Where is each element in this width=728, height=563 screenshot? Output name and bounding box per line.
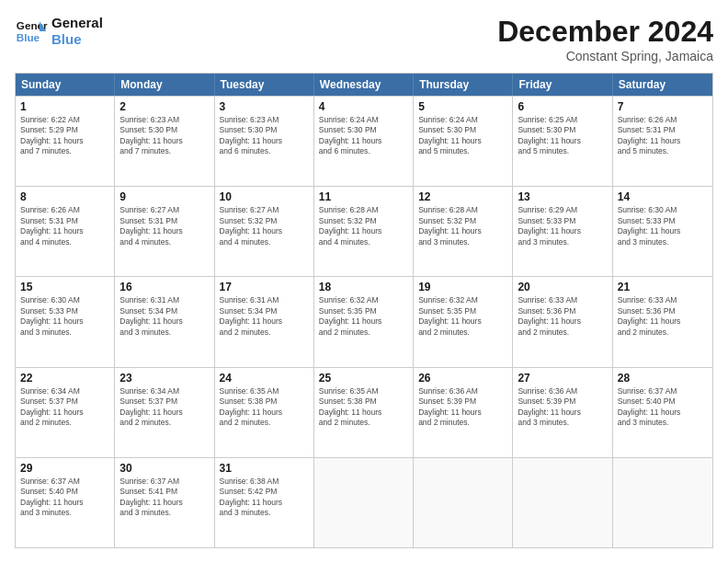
- day-number-7: 7: [618, 100, 708, 113]
- calendar: Sunday Monday Tuesday Wednesday Thursday…: [15, 73, 713, 548]
- day-info-28: Sunrise: 6:37 AM Sunset: 5:40 PM Dayligh…: [618, 386, 708, 429]
- day-info-19: Sunrise: 6:32 AM Sunset: 5:35 PM Dayligh…: [418, 295, 507, 338]
- day-number-5: 5: [418, 100, 507, 113]
- logo: General Blue General Blue: [15, 15, 103, 48]
- day-number-25: 25: [319, 372, 408, 385]
- header: General Blue General Blue December 2024 …: [15, 15, 713, 63]
- day-info-3: Sunrise: 6:23 AM Sunset: 5:30 PM Dayligh…: [220, 115, 309, 157]
- day-info-29: Sunrise: 6:37 AM Sunset: 5:40 PM Dayligh…: [20, 477, 109, 519]
- calendar-body: 1Sunrise: 6:22 AM Sunset: 5:29 PM Daylig…: [16, 96, 712, 547]
- day-info-26: Sunrise: 6:36 AM Sunset: 5:39 PM Dayligh…: [418, 386, 507, 429]
- week-1: 1Sunrise: 6:22 AM Sunset: 5:29 PM Daylig…: [16, 96, 712, 186]
- day-number-28: 28: [618, 372, 708, 385]
- header-tuesday: Tuesday: [215, 74, 314, 96]
- day-info-17: Sunrise: 6:31 AM Sunset: 5:34 PM Dayligh…: [220, 295, 309, 338]
- day-info-15: Sunrise: 6:30 AM Sunset: 5:33 PM Dayligh…: [20, 295, 109, 338]
- day-info-7: Sunrise: 6:26 AM Sunset: 5:31 PM Dayligh…: [618, 115, 708, 157]
- day-20: 20Sunrise: 6:33 AM Sunset: 5:36 PM Dayli…: [513, 277, 612, 366]
- week-5: 29Sunrise: 6:37 AM Sunset: 5:40 PM Dayli…: [16, 457, 712, 547]
- day-info-30: Sunrise: 6:37 AM Sunset: 5:41 PM Dayligh…: [119, 477, 209, 519]
- day-13: 13Sunrise: 6:29 AM Sunset: 5:33 PM Dayli…: [513, 187, 612, 276]
- day-number-22: 22: [20, 372, 109, 385]
- day-5: 5Sunrise: 6:24 AM Sunset: 5:30 PM Daylig…: [414, 97, 513, 186]
- day-7: 7Sunrise: 6:26 AM Sunset: 5:31 PM Daylig…: [613, 97, 712, 186]
- day-3: 3Sunrise: 6:23 AM Sunset: 5:30 PM Daylig…: [215, 97, 314, 186]
- day-number-19: 19: [418, 281, 507, 293]
- empty-cell: [314, 458, 414, 547]
- day-21: 21Sunrise: 6:33 AM Sunset: 5:36 PM Dayli…: [613, 277, 712, 366]
- day-info-9: Sunrise: 6:27 AM Sunset: 5:31 PM Dayligh…: [119, 205, 209, 247]
- day-info-22: Sunrise: 6:34 AM Sunset: 5:37 PM Dayligh…: [20, 386, 109, 429]
- day-number-31: 31: [220, 462, 309, 475]
- day-info-4: Sunrise: 6:24 AM Sunset: 5:30 PM Dayligh…: [319, 115, 408, 157]
- page: General Blue General Blue December 2024 …: [0, 0, 728, 563]
- day-info-10: Sunrise: 6:27 AM Sunset: 5:32 PM Dayligh…: [220, 205, 309, 247]
- day-number-16: 16: [119, 281, 209, 293]
- day-number-10: 10: [220, 190, 309, 203]
- day-16: 16Sunrise: 6:31 AM Sunset: 5:34 PM Dayli…: [115, 277, 214, 366]
- day-8: 8Sunrise: 6:26 AM Sunset: 5:31 PM Daylig…: [16, 187, 115, 276]
- day-number-18: 18: [319, 281, 408, 293]
- day-number-1: 1: [20, 100, 109, 113]
- subtitle: Constant Spring, Jamaica: [497, 49, 713, 63]
- header-saturday: Saturday: [613, 74, 712, 96]
- day-15: 15Sunrise: 6:30 AM Sunset: 5:33 PM Dayli…: [16, 277, 115, 366]
- day-info-14: Sunrise: 6:30 AM Sunset: 5:33 PM Dayligh…: [618, 205, 708, 247]
- day-info-2: Sunrise: 6:23 AM Sunset: 5:30 PM Dayligh…: [119, 115, 209, 157]
- day-14: 14Sunrise: 6:30 AM Sunset: 5:33 PM Dayli…: [613, 187, 712, 276]
- day-number-15: 15: [20, 281, 109, 293]
- day-number-2: 2: [119, 100, 209, 113]
- day-info-11: Sunrise: 6:28 AM Sunset: 5:32 PM Dayligh…: [319, 205, 408, 247]
- empty-cell: [513, 458, 612, 547]
- day-18: 18Sunrise: 6:32 AM Sunset: 5:35 PM Dayli…: [314, 277, 414, 366]
- day-number-4: 4: [319, 100, 408, 113]
- day-26: 26Sunrise: 6:36 AM Sunset: 5:39 PM Dayli…: [414, 368, 513, 457]
- day-info-31: Sunrise: 6:38 AM Sunset: 5:42 PM Dayligh…: [220, 477, 309, 519]
- day-info-8: Sunrise: 6:26 AM Sunset: 5:31 PM Dayligh…: [20, 205, 109, 247]
- day-11: 11Sunrise: 6:28 AM Sunset: 5:32 PM Dayli…: [314, 187, 414, 276]
- day-number-30: 30: [119, 462, 209, 475]
- day-number-20: 20: [518, 281, 607, 293]
- day-25: 25Sunrise: 6:35 AM Sunset: 5:38 PM Dayli…: [314, 368, 414, 457]
- day-1: 1Sunrise: 6:22 AM Sunset: 5:29 PM Daylig…: [16, 97, 115, 186]
- day-6: 6Sunrise: 6:25 AM Sunset: 5:30 PM Daylig…: [513, 97, 612, 186]
- day-info-13: Sunrise: 6:29 AM Sunset: 5:33 PM Dayligh…: [518, 205, 607, 247]
- day-23: 23Sunrise: 6:34 AM Sunset: 5:37 PM Dayli…: [115, 368, 214, 457]
- day-number-3: 3: [220, 100, 309, 113]
- day-info-24: Sunrise: 6:35 AM Sunset: 5:38 PM Dayligh…: [220, 386, 309, 429]
- day-number-13: 13: [518, 190, 607, 203]
- header-wednesday: Wednesday: [314, 74, 414, 96]
- day-10: 10Sunrise: 6:27 AM Sunset: 5:32 PM Dayli…: [215, 187, 314, 276]
- day-number-29: 29: [20, 462, 109, 475]
- day-number-12: 12: [418, 190, 507, 203]
- day-24: 24Sunrise: 6:35 AM Sunset: 5:38 PM Dayli…: [215, 368, 314, 457]
- day-info-12: Sunrise: 6:28 AM Sunset: 5:32 PM Dayligh…: [418, 205, 507, 247]
- week-2: 8Sunrise: 6:26 AM Sunset: 5:31 PM Daylig…: [16, 186, 712, 276]
- day-31: 31Sunrise: 6:38 AM Sunset: 5:42 PM Dayli…: [215, 458, 314, 547]
- day-17: 17Sunrise: 6:31 AM Sunset: 5:34 PM Dayli…: [215, 277, 314, 366]
- header-thursday: Thursday: [414, 74, 513, 96]
- header-monday: Monday: [115, 74, 214, 96]
- day-info-16: Sunrise: 6:31 AM Sunset: 5:34 PM Dayligh…: [119, 295, 209, 338]
- day-info-20: Sunrise: 6:33 AM Sunset: 5:36 PM Dayligh…: [518, 295, 607, 338]
- day-2: 2Sunrise: 6:23 AM Sunset: 5:30 PM Daylig…: [115, 97, 214, 186]
- day-number-8: 8: [20, 190, 109, 203]
- day-number-27: 27: [518, 372, 607, 385]
- day-number-17: 17: [220, 281, 309, 293]
- month-title: December 2024: [497, 15, 713, 49]
- day-info-27: Sunrise: 6:36 AM Sunset: 5:39 PM Dayligh…: [518, 386, 607, 429]
- day-28: 28Sunrise: 6:37 AM Sunset: 5:40 PM Dayli…: [613, 368, 712, 457]
- day-9: 9Sunrise: 6:27 AM Sunset: 5:31 PM Daylig…: [115, 187, 214, 276]
- header-sunday: Sunday: [16, 74, 115, 96]
- header-friday: Friday: [513, 74, 612, 96]
- day-number-21: 21: [618, 281, 708, 293]
- day-info-5: Sunrise: 6:24 AM Sunset: 5:30 PM Dayligh…: [418, 115, 507, 157]
- empty-cell: [613, 458, 712, 547]
- week-4: 22Sunrise: 6:34 AM Sunset: 5:37 PM Dayli…: [16, 367, 712, 457]
- day-27: 27Sunrise: 6:36 AM Sunset: 5:39 PM Dayli…: [513, 368, 612, 457]
- day-number-23: 23: [119, 372, 209, 385]
- day-30: 30Sunrise: 6:37 AM Sunset: 5:41 PM Dayli…: [115, 458, 214, 547]
- title-block: December 2024 Constant Spring, Jamaica: [497, 15, 713, 63]
- day-number-26: 26: [418, 372, 507, 385]
- day-29: 29Sunrise: 6:37 AM Sunset: 5:40 PM Dayli…: [16, 458, 115, 547]
